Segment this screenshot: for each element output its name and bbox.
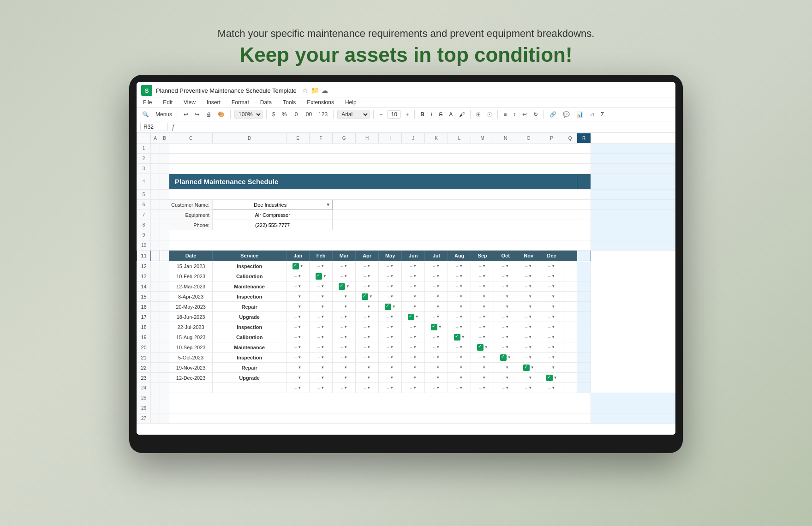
dropdown-arrow[interactable]: ▼ — [298, 355, 301, 359]
dropdown-arrow[interactable]: ▼ — [459, 284, 463, 288]
dropdown-arrow[interactable]: ▼ — [413, 284, 417, 288]
month-cell-mar[interactable]: –▼ — [333, 312, 356, 322]
dropdown-arrow[interactable]: ▼ — [346, 284, 350, 288]
dropdown-arrow[interactable]: ▼ — [369, 294, 373, 299]
dropdown-arrow[interactable]: ▼ — [482, 264, 486, 268]
dropdown-arrow[interactable]: ▼ — [321, 305, 324, 309]
month-cell-nov[interactable]: –▼ — [517, 322, 540, 332]
dropdown-arrow[interactable]: ▼ — [505, 325, 509, 329]
highlight-btn[interactable]: 🖌 — [457, 110, 466, 119]
dropdown-arrow[interactable]: ▼ — [528, 345, 532, 349]
dropdown-arrow[interactable]: ▼ — [436, 264, 440, 268]
dropdown-arrow[interactable]: ▼ — [321, 294, 324, 299]
dropdown-arrow[interactable]: ▼ — [344, 325, 347, 329]
dropdown-arrow[interactable]: ▼ — [413, 325, 417, 329]
dropdown-arrow[interactable]: ▼ — [367, 355, 370, 359]
dropdown-arrow[interactable]: ▼ — [390, 355, 394, 359]
strikethrough-btn[interactable]: S — [437, 110, 444, 119]
month-cell-sep[interactable]: –▼ — [471, 281, 494, 292]
percent-btn[interactable]: % — [280, 110, 289, 119]
month-cell-apr[interactable]: –▼ — [356, 281, 379, 292]
dropdown-arrow[interactable]: ▼ — [344, 335, 347, 339]
dropdown-arrow[interactable]: ▼ — [505, 294, 509, 299]
dropdown-arrow[interactable]: ▼ — [413, 274, 417, 278]
chart-btn[interactable]: 📊 — [574, 110, 585, 119]
month-cell-oct[interactable]: ▼ — [494, 353, 517, 363]
dropdown-arrow[interactable]: ▼ — [300, 264, 304, 268]
month-cell-dec[interactable]: –▼ — [540, 353, 563, 363]
month-cell-jun[interactable]: –▼ — [402, 342, 425, 353]
dropdown-arrow[interactable]: ▼ — [298, 386, 301, 390]
month-cell-dec[interactable]: –▼ — [540, 281, 563, 292]
dropdown-arrow[interactable]: ▼ — [484, 345, 488, 349]
dropdown-arrow[interactable]: ▼ — [551, 345, 555, 349]
dropdown-arrow[interactable]: ▼ — [413, 365, 417, 370]
month-cell-dec[interactable]: ▼ — [540, 373, 563, 383]
dropdown-arrow[interactable]: ▼ — [390, 386, 394, 390]
month-cell-jan[interactable]: –▼ — [287, 342, 310, 353]
month-cell-sep[interactable]: –▼ — [471, 353, 494, 363]
month-cell-jun[interactable]: –▼ — [402, 373, 425, 383]
dropdown-arrow[interactable]: ▼ — [323, 274, 327, 278]
menu-file[interactable]: File — [141, 98, 154, 107]
menu-data[interactable]: Data — [258, 98, 274, 107]
month-cell-jul[interactable]: –▼ — [425, 292, 448, 302]
month-cell-mar[interactable]: –▼ — [333, 261, 356, 271]
month-cell-jul[interactable]: –▼ — [425, 271, 448, 281]
month-cell-nov[interactable]: –▼ — [517, 373, 540, 383]
month-cell-jan[interactable]: –▼ — [287, 271, 310, 281]
dropdown-arrow[interactable]: ▼ — [459, 294, 463, 299]
month-cell-sep[interactable]: –▼ — [471, 312, 494, 322]
dropdown-arrow[interactable]: ▼ — [459, 264, 463, 268]
dropdown-arrow[interactable]: ▼ — [554, 376, 557, 380]
dropdown-arrow[interactable]: ▼ — [321, 345, 324, 349]
dropdown-arrow[interactable]: ▼ — [436, 305, 440, 309]
minus-btn[interactable]: − — [377, 110, 384, 119]
dropdown-arrow[interactable]: ▼ — [298, 274, 301, 278]
month-cell-apr[interactable]: –▼ — [356, 271, 379, 281]
month-cell-may[interactable]: –▼ — [379, 363, 402, 373]
month-cell-jan[interactable]: –▼ — [287, 312, 310, 322]
month-cell-apr[interactable]: ▼ — [356, 292, 379, 302]
month-cell-may[interactable]: –▼ — [379, 271, 402, 281]
function-btn[interactable]: Σ — [599, 110, 606, 119]
dropdown-arrow[interactable]: ▼ — [321, 325, 324, 329]
dropdown-arrow[interactable]: ▼ — [298, 325, 301, 329]
filter-btn[interactable]: ⊿ — [588, 110, 596, 119]
dropdown-arrow[interactable]: ▼ — [459, 345, 463, 349]
month-cell-feb[interactable]: –▼ — [310, 261, 333, 271]
dropdown-arrow[interactable]: ▼ — [367, 274, 370, 278]
search-icon[interactable]: 🔍 — [140, 110, 151, 119]
dropdown-arrow[interactable]: ▼ — [436, 345, 440, 349]
redo-btn[interactable]: ↪ — [193, 110, 201, 119]
dropdown-arrow[interactable]: ▼ — [551, 294, 555, 299]
dropdown-arrow[interactable]: ▼ — [344, 355, 347, 359]
month-cell-feb[interactable]: –▼ — [310, 312, 333, 322]
dropdown-arrow[interactable]: ▼ — [436, 335, 440, 339]
dropdown-arrow[interactable]: ▼ — [344, 305, 347, 309]
month-cell-sep[interactable]: –▼ — [471, 261, 494, 271]
month-cell-sep[interactable]: –▼ — [471, 302, 494, 312]
month-cell-aug[interactable]: –▼ — [448, 342, 471, 353]
month-cell-feb[interactable]: –▼ — [310, 342, 333, 353]
month-cell-may[interactable]: –▼ — [379, 342, 402, 353]
month-cell-oct[interactable]: –▼ — [494, 342, 517, 353]
dropdown-arrow[interactable]: ▼ — [482, 335, 486, 339]
month-cell-jul[interactable]: ▼ — [425, 322, 448, 332]
month-cell-aug[interactable]: –▼ — [448, 363, 471, 373]
dropdown-arrow[interactable]: ▼ — [482, 284, 486, 288]
dropdown-arrow[interactable]: ▼ — [505, 264, 509, 268]
month-cell-jan[interactable]: –▼ — [287, 363, 310, 373]
month-cell-apr[interactable]: –▼ — [356, 342, 379, 353]
month-cell-oct[interactable]: –▼ — [494, 363, 517, 373]
month-cell-apr[interactable]: –▼ — [356, 373, 379, 383]
dropdown-arrow[interactable]: ▼ — [367, 315, 370, 319]
dropdown-arrow[interactable]: ▼ — [390, 345, 394, 349]
menu-help[interactable]: Help — [343, 98, 358, 107]
month-cell-may[interactable]: –▼ — [379, 322, 402, 332]
dropdown-arrow[interactable]: ▼ — [436, 355, 440, 359]
format123-btn[interactable]: 123 — [316, 110, 329, 119]
month-cell-nov[interactable]: –▼ — [517, 312, 540, 322]
dropdown-arrow[interactable]: ▼ — [528, 264, 532, 268]
dropdown-arrow[interactable]: ▼ — [528, 335, 532, 339]
